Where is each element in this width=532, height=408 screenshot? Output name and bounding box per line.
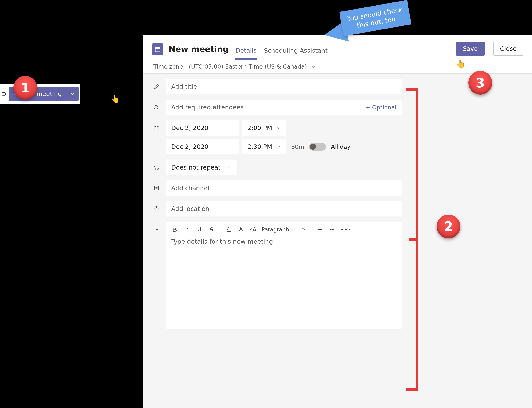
start-time-value: 2:00 PM (247, 124, 272, 132)
chevron-down-icon (227, 165, 232, 170)
recurrence-select[interactable]: Does not repeat (166, 160, 237, 175)
italic-button[interactable]: I (183, 226, 191, 233)
chevron-down-icon (290, 228, 294, 231)
add-optional-link[interactable]: + Optional (365, 104, 397, 111)
end-time-value: 2:30 PM (247, 143, 272, 150)
annotation-badge-3: 3 (468, 71, 492, 95)
editor-toolbar: B I U S A AA Paragraph Tx (166, 222, 402, 237)
calendar-icon (152, 43, 163, 55)
annotation-badge-2: 2 (437, 214, 460, 238)
end-time-input[interactable]: 2:30 PM (242, 139, 286, 154)
tab-details[interactable]: Details (235, 47, 257, 60)
calendar-row-icon (153, 120, 160, 136)
strikethrough-button[interactable]: S (208, 226, 215, 233)
bold-button[interactable]: B (171, 226, 179, 233)
meet-now-icon[interactable] (0, 91, 9, 97)
more-options-button[interactable]: ••• (340, 226, 352, 233)
recurrence-value: Does not repeat (171, 164, 221, 171)
attendees-placeholder: Add required attendees (171, 104, 243, 111)
indent-button[interactable] (328, 226, 336, 233)
meeting-form: Add title Add required attendees + Optio… (144, 74, 532, 344)
attendees-icon (153, 100, 160, 115)
timezone-label: Time zone: (153, 63, 185, 70)
paragraph-label: Paragraph (262, 226, 289, 233)
channel-icon (153, 180, 160, 196)
chevron-down-icon (277, 144, 281, 149)
pencil-icon (153, 79, 160, 94)
save-button[interactable]: Save (456, 42, 484, 56)
svg-point-2 (155, 105, 157, 107)
cursor-icon: 👆 (110, 95, 120, 104)
channel-input[interactable]: Add channel (166, 180, 402, 196)
svg-rect-0 (2, 93, 5, 95)
location-icon (153, 201, 160, 216)
new-meeting-pill: ＋ New meeting 👆 (0, 84, 80, 104)
chevron-down-icon (277, 126, 281, 130)
font-color-button[interactable]: A (237, 226, 245, 233)
duration-label: 30m (290, 139, 306, 154)
location-input[interactable]: Add location (166, 201, 402, 216)
description-editor: B I U S A AA Paragraph Tx (166, 222, 402, 329)
title-input[interactable]: Add title (166, 79, 402, 94)
new-meeting-dropdown[interactable] (67, 87, 75, 101)
page-title: New meeting (169, 44, 228, 54)
tab-scheduling-assistant[interactable]: Scheduling Assistant (263, 47, 328, 60)
attendees-input[interactable]: Add required attendees + Optional (166, 100, 402, 115)
timezone-value: (UTC-05:00) Eastern Time (US & Canada) (189, 63, 307, 70)
description-icon (153, 222, 160, 237)
start-date-input[interactable]: Dec 2, 2020 (166, 120, 239, 136)
timezone-row[interactable]: Time zone: (UTC-05:00) Eastern Time (US … (144, 60, 532, 74)
start-time-input[interactable]: 2:00 PM (242, 120, 286, 136)
chevron-down-icon (311, 64, 316, 69)
all-day-label: All day (329, 139, 352, 154)
annotation-bracket (415, 88, 418, 391)
svg-rect-3 (154, 126, 159, 130)
underline-button[interactable]: U (195, 226, 203, 233)
highlight-button[interactable] (225, 226, 232, 233)
clear-formatting-button[interactable]: Tx (299, 226, 307, 233)
close-button[interactable]: Close (493, 42, 524, 56)
description-textarea[interactable]: Type details for this new meeting (166, 237, 402, 329)
all-day-toggle[interactable] (309, 143, 326, 151)
annotation-callout: You should check this out, too (341, 6, 410, 30)
toolbar-separator (220, 226, 220, 233)
svg-rect-4 (154, 186, 158, 190)
svg-point-5 (156, 208, 157, 209)
repeat-icon (153, 160, 160, 175)
annotation-badge-1: 1 (13, 76, 37, 100)
outdent-button[interactable] (316, 226, 324, 233)
paragraph-style-select[interactable]: Paragraph (262, 226, 294, 233)
svg-rect-1 (155, 47, 160, 52)
font-size-button[interactable]: AA (249, 226, 257, 233)
end-date-input[interactable]: Dec 2, 2020 (166, 139, 239, 154)
tabs: Details Scheduling Assistant (235, 39, 328, 60)
